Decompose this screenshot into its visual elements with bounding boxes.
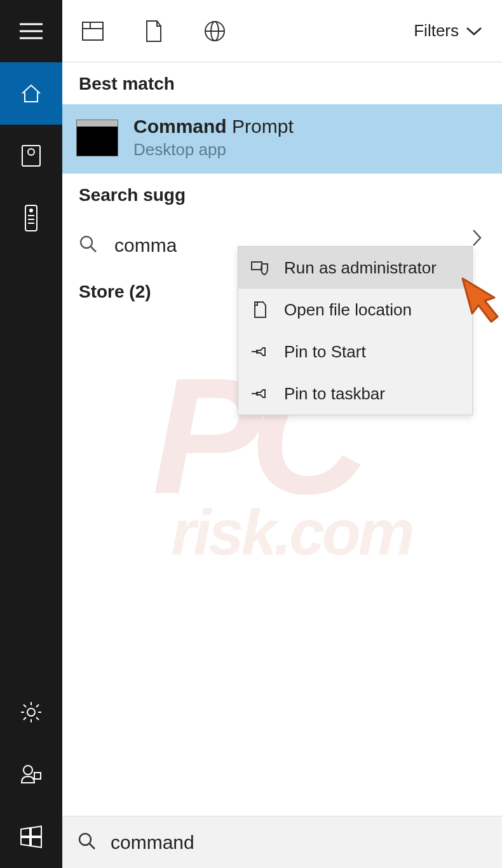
ctx-label: Open file location <box>284 300 412 320</box>
context-menu: Run as administrator Open file location <box>238 246 473 415</box>
pin-icon <box>250 387 270 401</box>
tab-apps-icon[interactable] <box>81 20 104 43</box>
pin-icon <box>250 345 270 359</box>
section-search-suggestions: Search sugg <box>62 174 502 216</box>
svg-point-4 <box>28 149 34 155</box>
suggestion-text: comma <box>114 235 177 256</box>
ctx-run-as-admin[interactable]: Run as administrator <box>238 247 472 289</box>
svg-point-11 <box>24 766 32 775</box>
sidebar-user[interactable] <box>0 743 62 806</box>
folder-icon <box>250 300 270 319</box>
tab-web-icon[interactable] <box>203 20 226 43</box>
svg-line-25 <box>90 844 95 849</box>
ctx-label: Pin to taskbar <box>284 384 385 404</box>
sidebar-apps[interactable] <box>0 125 62 187</box>
svg-rect-13 <box>83 22 103 40</box>
command-prompt-icon <box>76 120 118 156</box>
svg-line-20 <box>91 247 96 252</box>
search-bar[interactable] <box>62 816 502 868</box>
svg-point-19 <box>81 237 92 248</box>
search-panel: Filters PC risk.com Best match Command P… <box>62 0 502 868</box>
ctx-pin-to-taskbar[interactable]: Pin to taskbar <box>238 373 472 415</box>
section-best-match: Best match <box>62 62 502 104</box>
result-title: Command Prompt <box>133 116 294 137</box>
filters-dropdown[interactable]: Filters <box>414 21 483 41</box>
hamburger-menu[interactable] <box>0 0 62 62</box>
ctx-pin-to-start[interactable]: Pin to Start <box>238 331 472 373</box>
svg-point-24 <box>79 834 91 845</box>
sidebar <box>0 0 62 868</box>
tab-documents-icon[interactable] <box>142 20 165 43</box>
shield-icon <box>250 259 270 276</box>
chevron-down-icon <box>465 26 483 36</box>
sidebar-home[interactable] <box>0 62 62 125</box>
ctx-label: Run as administrator <box>284 258 437 278</box>
ctx-label: Pin to Start <box>284 342 366 362</box>
svg-rect-21 <box>252 262 262 270</box>
start-button[interactable] <box>0 806 62 868</box>
result-subtitle: Desktop app <box>133 140 294 160</box>
sidebar-remote[interactable] <box>0 187 62 249</box>
sidebar-settings[interactable] <box>0 681 62 743</box>
svg-point-10 <box>27 708 35 716</box>
scope-tabs: Filters <box>62 0 502 62</box>
ctx-open-file-location[interactable]: Open file location <box>238 289 472 331</box>
svg-rect-12 <box>34 773 41 779</box>
chevron-right-icon[interactable] <box>471 228 483 250</box>
filters-label: Filters <box>414 21 459 41</box>
search-icon <box>78 832 97 853</box>
search-input[interactable] <box>111 832 487 853</box>
result-command-prompt[interactable]: Command Prompt Desktop app <box>62 104 502 174</box>
search-icon <box>79 235 98 256</box>
svg-point-6 <box>30 209 32 212</box>
